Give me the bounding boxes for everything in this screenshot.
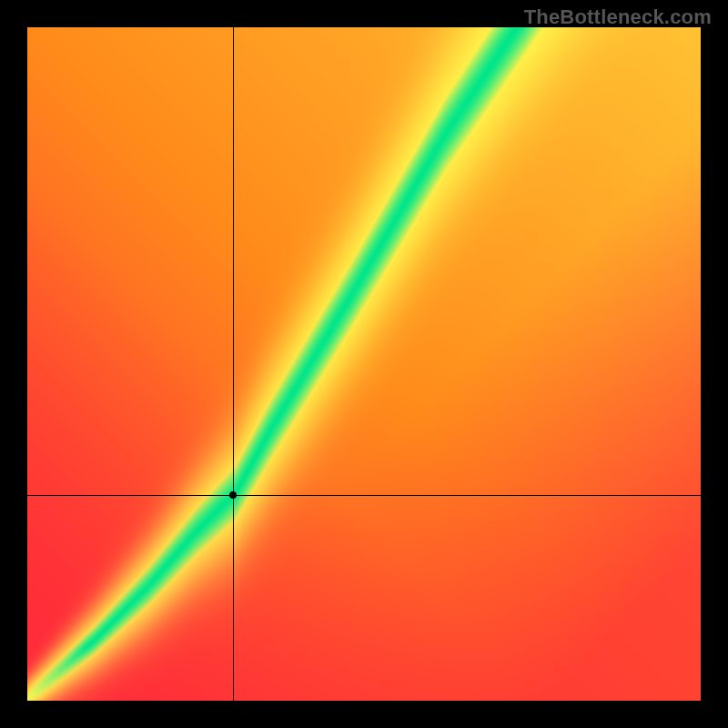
heatmap-canvas — [27, 27, 701, 701]
watermark-text: TheBottleneck.com — [524, 5, 712, 29]
chart-frame: TheBottleneck.com — [0, 0, 728, 728]
crosshair-vertical — [233, 27, 234, 701]
crosshair-horizontal — [27, 495, 701, 496]
crosshair-dot — [229, 491, 237, 499]
